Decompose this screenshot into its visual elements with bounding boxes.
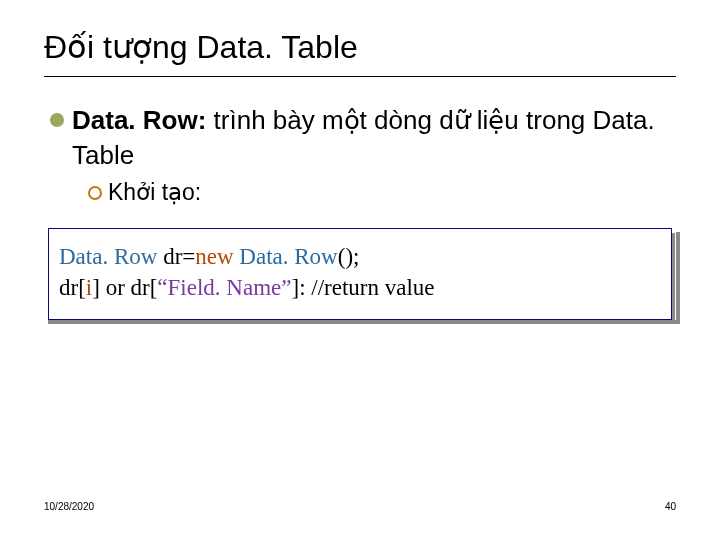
code-string: “Field. Name” <box>157 275 291 300</box>
code-keyword-new: new <box>195 244 233 269</box>
code-text: (); <box>338 244 360 269</box>
sub-bullet-text: Khởi tạo: <box>108 179 201 206</box>
bullet-text: Data. Row: trình bày một dòng dữ liệu tr… <box>72 103 676 173</box>
sub-bullet-item: Khởi tạo: <box>88 179 676 206</box>
code-text: ]: //return value <box>291 275 434 300</box>
code-text: dr[ <box>59 275 86 300</box>
code-line-2: dr[i] or dr[“Field. Name”]: //return val… <box>59 272 661 303</box>
bullet-icon <box>50 113 64 127</box>
code-type: Data. Row <box>59 244 157 269</box>
code-type: Data. Row <box>234 244 338 269</box>
footer-date: 10/28/2020 <box>44 501 94 512</box>
code-text: dr= <box>157 244 195 269</box>
code-box-wrap: Data. Row dr=new Data. Row(); dr[i] or d… <box>44 228 676 320</box>
box-shadow-right <box>676 232 680 324</box>
bullet-strong: Data. Row: <box>72 105 206 135</box>
ring-icon <box>88 186 102 200</box>
footer-page-number: 40 <box>665 501 676 512</box>
slide: Đối tượng Data. Table Data. Row: trình b… <box>0 0 720 540</box>
code-text: ] or dr[ <box>92 275 157 300</box>
code-box: Data. Row dr=new Data. Row(); dr[i] or d… <box>48 228 672 320</box>
code-line-1: Data. Row dr=new Data. Row(); <box>59 241 661 272</box>
bullet-item: Data. Row: trình bày một dòng dữ liệu tr… <box>50 103 676 173</box>
slide-title: Đối tượng Data. Table <box>44 28 676 77</box>
box-shadow-bottom <box>48 320 680 324</box>
